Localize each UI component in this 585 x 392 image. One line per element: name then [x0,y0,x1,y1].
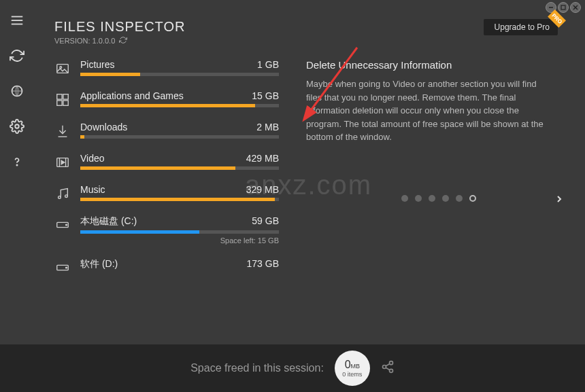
category-row-downloads[interactable]: Downloads 2 MB [54,122,279,139]
svg-rect-12 [57,94,62,99]
category-size: 173 GB [247,258,279,270]
freed-unit: MB [351,363,361,370]
disk-d-icon [54,260,71,276]
category-row-pictures[interactable]: Pictures 1 GB [54,59,279,77]
category-label: Music [80,184,105,195]
category-bar [80,230,279,234]
info-title: Delete Unnecessary Information [306,59,551,71]
category-label: Applications and Games [80,90,184,101]
pagination-dot[interactable] [442,195,449,202]
pagination-dot[interactable] [429,195,435,202]
pictures-icon [54,60,71,77]
category-size: 329 MB [246,184,279,195]
category-bar [80,198,279,201]
svg-point-20 [58,196,61,199]
refresh-icon[interactable] [9,48,25,64]
category-bar [80,73,279,76]
pagination-dot[interactable] [401,195,408,202]
category-size: 15 GB [252,90,279,101]
category-row-video[interactable]: Video 429 MB [54,153,279,171]
category-bar [80,104,279,107]
svg-rect-15 [63,101,68,105]
settings-icon[interactable] [9,118,25,135]
globe-icon[interactable] [9,83,25,99]
info-body: Maybe when going to Video or another sec… [306,77,551,144]
svg-point-21 [65,195,68,198]
downloads-icon [54,123,71,139]
svg-rect-14 [57,101,62,105]
space-freed-badge: 0MB 0 items [335,351,370,386]
app-title: FILES INSPECTOR [54,19,185,35]
svg-marker-19 [61,160,65,164]
apps-games-icon [54,92,71,108]
category-bar [80,166,279,170]
freed-amount: 0 [345,359,351,370]
category-size: 2 MB [256,122,279,132]
pagination-dot[interactable] [456,195,463,202]
pagination-dot[interactable] [469,195,476,202]
svg-line-30 [386,363,390,366]
pro-badge: PRO [548,10,566,28]
category-row-disk-c[interactable]: 本地磁盘 (C:) 59 GB Space left: 15 GB [54,215,279,245]
music-icon [54,185,71,202]
freed-items: 0 items [342,371,362,378]
pagination-dot[interactable] [415,195,422,202]
category-size: 59 GB [252,215,279,228]
category-label: Video [80,153,105,164]
svg-point-25 [66,267,67,268]
category-row-disk-d[interactable]: 软件 (D:) 173 GB [54,258,279,276]
footer-label: Space freed in this session: [190,362,324,374]
category-row-apps-games[interactable]: Applications and Games 15 GB [54,90,279,108]
svg-point-8 [15,124,19,128]
category-label: 软件 (D:) [80,258,118,270]
svg-point-23 [66,224,67,226]
category-row-music[interactable]: Music 329 MB [54,184,279,202]
svg-line-31 [386,368,390,370]
svg-point-9 [16,164,17,165]
svg-point-29 [389,369,392,372]
category-label: Pictures [80,59,115,70]
category-label: Downloads [80,122,127,132]
category-size: 429 MB [246,153,279,164]
disk-c-icon [54,217,71,233]
next-arrow-icon[interactable] [554,192,565,209]
share-icon[interactable] [381,360,395,376]
category-size: 1 GB [257,59,279,70]
video-icon [54,154,71,171]
category-label: 本地磁盘 (C:) [80,215,137,228]
svg-point-27 [389,361,392,365]
category-bar [80,135,279,139]
category-subtext: Space left: 15 GB [80,236,279,245]
svg-point-28 [382,366,386,369]
svg-rect-13 [63,94,68,99]
version-refresh-icon[interactable] [119,36,127,46]
version-label: VERSION: 1.0.0.0 [54,37,115,45]
help-icon[interactable] [9,154,25,170]
menu-icon[interactable] [9,12,25,29]
upgrade-button[interactable]: Upgrade to Pro PRO [484,19,558,35]
upgrade-label: Upgrade to Pro [495,22,550,32]
